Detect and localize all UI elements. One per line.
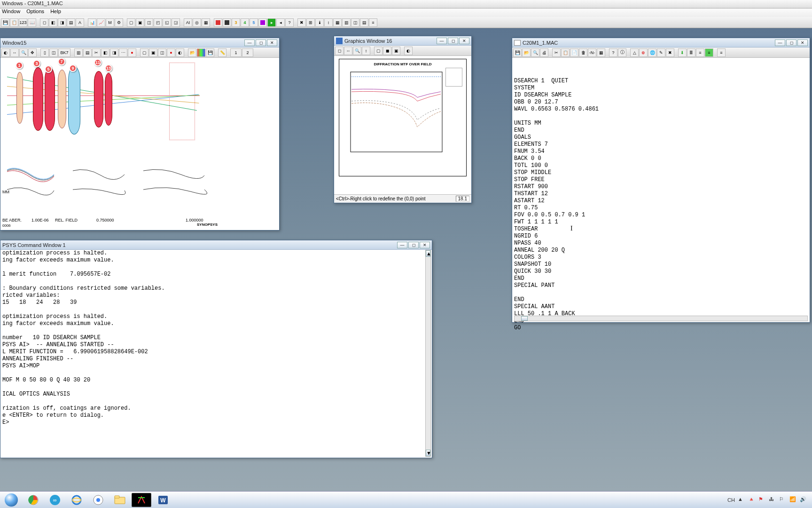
tray-up-icon[interactable]: ▲ — [738, 496, 745, 504]
tb-chart2-icon[interactable]: 📈 — [97, 18, 105, 27]
tb-b3-icon[interactable]: ◫ — [145, 18, 153, 27]
lang-indicator[interactable]: CH — [727, 497, 735, 503]
ie-icon[interactable] — [67, 493, 86, 507]
g4[interactable]: ▢ — [374, 47, 383, 55]
restore-button[interactable]: ◻ — [786, 40, 796, 46]
page1[interactable]: 1 — [230, 48, 242, 57]
tb-c8[interactable]: ◂ — [276, 18, 285, 27]
e-print-icon[interactable]: 🖨 — [540, 48, 548, 57]
tb-gear-icon[interactable]: ⚙ — [115, 18, 123, 27]
cmd-titlebar[interactable]: PSYS Command Window 1 — ◻ ✕ — [0, 240, 432, 250]
tb-ai-icon[interactable]: AI — [184, 18, 192, 27]
tb-win1-icon[interactable]: ◻ — [40, 18, 48, 27]
e-list2-icon[interactable]: ≡ — [696, 48, 704, 57]
restore-button[interactable]: ◻ — [408, 242, 419, 248]
e-find-icon[interactable]: 🔍 — [531, 48, 539, 57]
e-del-icon[interactable]: 🗑 — [579, 48, 587, 57]
tb-c5[interactable]: 5 — [250, 18, 258, 27]
e-plus-icon[interactable]: ⊕ — [639, 48, 648, 57]
t9[interactable]: ◫ — [158, 48, 166, 57]
e-copy-icon[interactable]: 📋 — [561, 48, 570, 57]
e-n-icon[interactable]: -N- — [588, 48, 596, 57]
tb-c3[interactable]: 3 — [232, 18, 240, 27]
tray-flag-icon[interactable]: 🔺 — [748, 496, 756, 504]
tb-chart-icon[interactable]: 📊 — [88, 18, 96, 27]
menu-options[interactable]: Options — [26, 8, 44, 14]
ruler-icon[interactable]: 📏 — [218, 48, 226, 57]
minimize-button[interactable]: — — [397, 242, 407, 248]
chrome-icon[interactable] — [23, 493, 43, 507]
g3[interactable]: ↕ — [362, 47, 370, 55]
close-button[interactable]: ✕ — [267, 40, 277, 46]
close-button[interactable]: ✕ — [420, 242, 430, 248]
tb-d3[interactable]: 🌡 — [315, 18, 324, 27]
command-text[interactable]: optimization process is halted. ing fact… — [2, 250, 424, 456]
tb-d5[interactable]: ▦ — [333, 18, 342, 27]
tb-d8[interactable]: ▤ — [360, 18, 368, 27]
g7[interactable]: ◐ — [404, 47, 413, 55]
tb-b2-icon[interactable]: ▣ — [136, 18, 144, 27]
zoom-icon[interactable]: 🔍 — [19, 48, 28, 57]
tb-c4[interactable]: 4 — [241, 18, 249, 27]
e-globe-icon[interactable]: 🌐 — [648, 48, 656, 57]
close-button[interactable]: ✕ — [459, 38, 469, 44]
t5[interactable]: ◧ — [101, 48, 109, 57]
draw-icon[interactable]: ◐ — [1, 48, 10, 57]
tb-d7[interactable]: ◫ — [351, 18, 359, 27]
tb-123-icon[interactable]: 123 — [19, 18, 27, 27]
tb-save-icon[interactable]: 💾 — [1, 18, 9, 27]
tb-text-icon[interactable]: A — [76, 18, 84, 27]
tray-vol-icon[interactable]: 🔊 — [800, 496, 807, 504]
tray-flag2-icon[interactable]: ⚐ — [779, 496, 787, 504]
e-cut-icon[interactable]: ✂ — [552, 48, 561, 57]
arrow-icon[interactable]: ↔ — [10, 48, 19, 57]
zoom2-icon[interactable]: 🔍 — [353, 47, 361, 55]
minimize-button[interactable]: — — [437, 38, 447, 44]
tb-b6-icon[interactable]: ◲ — [172, 18, 180, 27]
bk7-icon[interactable]: BK7 — [58, 48, 70, 57]
cut-icon[interactable]: ✂ — [92, 48, 101, 57]
vscroll-up[interactable]: ▲ — [426, 250, 430, 257]
cloud-icon[interactable]: ∞ — [45, 493, 65, 507]
tb-b4-icon[interactable]: ◰ — [154, 18, 162, 27]
tb-win4-icon[interactable]: ▤ — [67, 18, 75, 27]
editor-text[interactable]: DSEARCH 1 QUIET SYSTEM ID DSEARCH SAMPLE… — [514, 78, 812, 332]
tray-net-icon[interactable]: 🖧 — [769, 496, 776, 504]
tb-copy-icon[interactable]: 📋 — [10, 18, 18, 27]
word-icon[interactable]: W — [153, 493, 173, 507]
page2[interactable]: 2 — [242, 48, 253, 57]
editor-titlebar[interactable]: C20M1_1.MAC — ◻ ✕ — [512, 38, 810, 48]
g1[interactable]: ◻ — [335, 47, 344, 55]
tb-book-icon[interactable]: 📖 — [28, 18, 36, 27]
e-bars-icon[interactable]: ≡ — [705, 48, 713, 57]
open-icon[interactable]: 📂 — [188, 48, 196, 57]
explorer-icon[interactable] — [110, 493, 130, 507]
e-help-icon[interactable]: ? — [609, 48, 617, 57]
dots-icon[interactable]: ⋯ — [119, 48, 127, 57]
save2-icon[interactable]: 💾 — [206, 48, 214, 57]
g6[interactable]: ▣ — [392, 47, 400, 55]
tb-m-icon[interactable]: M — [106, 18, 114, 27]
t3[interactable]: ▥ — [74, 48, 83, 57]
e-x-icon[interactable]: ✖ — [666, 48, 674, 57]
tb-d9[interactable]: ≡ — [369, 18, 377, 27]
t2[interactable]: ◫ — [49, 48, 58, 57]
minimize-button[interactable]: — — [244, 40, 255, 46]
tb-d1[interactable]: ✖ — [297, 18, 306, 27]
e-grid-icon[interactable]: ▦ — [597, 48, 605, 57]
bars-icon[interactable] — [197, 48, 205, 57]
e-menu-icon[interactable]: ≡ — [717, 48, 726, 57]
t1[interactable]: ▯ — [40, 48, 49, 57]
tb-c2[interactable] — [223, 18, 231, 27]
menu-window[interactable]: Window — [2, 8, 20, 14]
t6[interactable]: ◨ — [110, 48, 118, 57]
e-paste-icon[interactable]: 📄 — [570, 48, 578, 57]
win16-titlebar[interactable]: Graphics Window 16 — ◻ ✕ — [334, 36, 471, 46]
tb-c9[interactable]: ? — [285, 18, 294, 27]
optics-app-icon[interactable] — [132, 493, 151, 507]
t4[interactable]: ▤ — [83, 48, 92, 57]
tb-c7[interactable]: ▸ — [267, 18, 276, 27]
vscroll-down[interactable]: ▼ — [426, 450, 430, 456]
hscroll-thumb[interactable] — [521, 316, 528, 321]
restore-button[interactable]: ◻ — [448, 38, 458, 44]
